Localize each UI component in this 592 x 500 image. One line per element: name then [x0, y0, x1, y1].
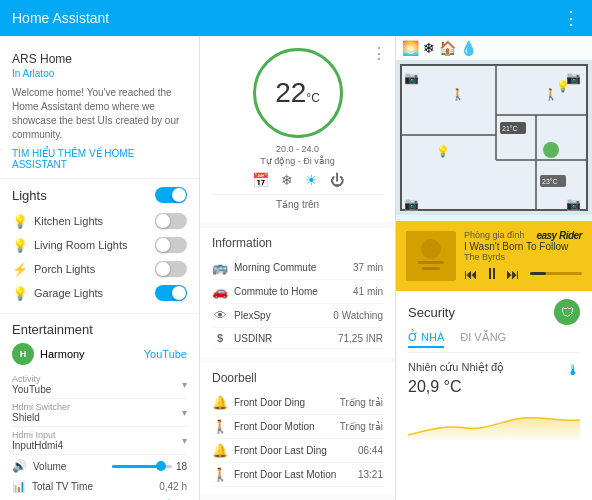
doorbell-last-ding-label: Front Door Last Ding [234, 445, 327, 456]
security-title: Security [408, 305, 455, 320]
living-light-toggle[interactable] [155, 237, 187, 253]
fp-icon-home: 🏠 [439, 40, 456, 56]
media-progress [530, 272, 582, 275]
thermostat-circle: 22 °C [253, 48, 343, 138]
car-icon: 🚗 [212, 284, 228, 299]
doorbell-row: 🔔 Front Door Ding Trống trải [212, 391, 383, 415]
floor-plan-svg: 📷 📷 📷 📷 🚶 🚶 💡 💡 21°C 23°C [396, 60, 592, 215]
security-shield-icon[interactable]: 🛡 [554, 299, 580, 325]
info-row: 👁 PlexSpy 0 Watching [212, 304, 383, 328]
doorbell-title: Doorbell [212, 371, 383, 385]
svg-point-18 [543, 142, 559, 158]
temperature-range: 20.0 - 24.0 [212, 144, 383, 154]
harmony-row: H Harmony YouTube [12, 343, 187, 365]
harmony-avatar: H [12, 343, 34, 365]
security-tab-home[interactable]: Ở NHÀ [408, 331, 444, 348]
doorbell-section: Doorbell 🔔 Front Door Ding Trống trải 🚶 … [200, 363, 395, 495]
doorbell-motion-label: Front Door Motion [234, 421, 315, 432]
next-button[interactable]: ⏭ [506, 266, 520, 282]
svg-point-20 [421, 239, 441, 259]
security-section: Security 🛡 Ở NHÀ ĐI VẮNG Nhiên cứu Nhiệt… [396, 291, 592, 500]
floor-plan: 🌅 ❄ 🏠 💧 📷 📷 [396, 36, 592, 221]
info-value-usd: 71,25 INR [338, 333, 383, 344]
kitchen-light-toggle[interactable] [155, 213, 187, 229]
media-artist: The Byrds [464, 252, 582, 262]
tv-time-icon: 📊 [12, 480, 26, 493]
svg-text:💡: 💡 [436, 144, 450, 158]
hdmi-input-dropdown-icon[interactable]: ▾ [182, 435, 187, 446]
activity-row: Activity YouTube ▾ [12, 371, 187, 399]
floor-plan-icons: 🌅 ❄ 🏠 💧 [396, 36, 592, 60]
doorbell-ding-value: Trống trải [340, 397, 383, 408]
doorbell-last-motion-value: 13:21 [358, 469, 383, 480]
album-art-image [406, 231, 456, 281]
doorbell-motion-icon: 🚶 [212, 419, 228, 434]
volume-number: 18 [176, 461, 187, 472]
activity-value: YouTube [12, 384, 51, 395]
welcome-section: ARS Home In Arlatoo Welcome home! You've… [0, 44, 199, 179]
light-icon-porch: ⚡ [12, 261, 28, 277]
porch-light-toggle[interactable] [155, 261, 187, 277]
light-icon-living: 💡 [12, 237, 28, 253]
fan-icon[interactable]: ❄ [281, 172, 293, 188]
doorbell-last-motion-icon: 🚶 [212, 467, 228, 482]
volume-label: Volume [33, 461, 66, 472]
header-menu-icon[interactable]: ⋮ [562, 7, 580, 29]
thermostat-menu-icon[interactable]: ⋮ [371, 44, 387, 63]
hdmi-input-label: Hdmi Input [12, 430, 63, 440]
left-panel: ARS Home In Arlatoo Welcome home! You've… [0, 36, 200, 500]
light-item: 💡 Kitchen Lights [12, 209, 187, 233]
security-content: Nhiên cứu Nhiệt độ 🌡 20,9 °C [408, 361, 580, 440]
doorbell-last-ding-icon: 🔔 [212, 443, 228, 458]
svg-text:23°C: 23°C [542, 178, 558, 185]
album-art [406, 231, 456, 281]
power-icon[interactable]: ⏻ [330, 172, 344, 188]
lights-section: Lights 💡 Kitchen Lights 💡 Living Room Li… [0, 179, 199, 313]
activity-dropdown-icon[interactable]: ▾ [182, 379, 187, 390]
location-name: ARS Home [12, 52, 187, 66]
media-logo: easy Rider [536, 230, 582, 241]
fp-icon-water: 💧 [460, 40, 477, 56]
info-row: 🚗 Commute to Home 41 min [212, 280, 383, 304]
doorbell-row: 🚶 Front Door Motion Trống trải [212, 415, 383, 439]
info-label-commute-morning: Morning Commute [234, 262, 316, 273]
garage-light-toggle[interactable] [155, 285, 187, 301]
svg-text:📷: 📷 [566, 196, 581, 211]
volume-row: 🔊 Volume 18 [12, 455, 187, 477]
light-label-living: Living Room Lights [34, 239, 128, 251]
lights-master-toggle[interactable] [155, 187, 187, 203]
security-tab-away[interactable]: ĐI VẮNG [460, 331, 506, 348]
volume-slider[interactable] [112, 465, 172, 468]
main-content: ARS Home In Arlatoo Welcome home! You've… [0, 36, 592, 500]
volume-thumb [156, 461, 166, 471]
media-player: Phòng gia đình easy Rider I Wasn't Born … [396, 221, 592, 291]
sun-icon[interactable]: ☀ [305, 172, 318, 188]
temperature-mode: Tự động - Đi vắng [212, 156, 383, 166]
prev-button[interactable]: ⏮ [464, 266, 478, 282]
learn-more-link[interactable]: TÌM HIỂU THÊM VỀ HOME ASSISTANT [12, 148, 187, 170]
location-link[interactable]: In Arlatoo [12, 68, 54, 79]
eye-icon: 👁 [212, 308, 228, 323]
app-title: Home Assistant [12, 10, 109, 26]
light-item: 💡 Living Room Lights [12, 233, 187, 257]
doorbell-ding-icon: 🔔 [212, 395, 228, 410]
light-label-porch: Porch Lights [34, 263, 95, 275]
thermostat-controls: 📅 ❄ ☀ ⏻ [212, 166, 383, 195]
hdmi-switcher-dropdown-icon[interactable]: ▾ [182, 407, 187, 418]
light-label-kitchen: Kitchen Lights [34, 215, 103, 227]
schedule-icon[interactable]: 📅 [252, 172, 269, 188]
doorbell-row: 🔔 Front Door Last Ding 06:44 [212, 439, 383, 463]
security-header: Security 🛡 [408, 299, 580, 325]
dollar-icon: $ [212, 332, 228, 344]
svg-text:💡: 💡 [556, 79, 570, 93]
light-item: ⚡ Porch Lights [12, 257, 187, 281]
doorbell-last-motion-label: Front Door Last Motion [234, 469, 336, 480]
doorbell-ding-label: Front Door Ding [234, 397, 305, 408]
svg-text:21°C: 21°C [502, 125, 518, 132]
play-pause-button[interactable]: ⏸ [484, 265, 500, 283]
thermo-chart [408, 400, 580, 440]
hdmi-switcher-value: Shield [12, 412, 70, 423]
info-label-commute-home: Commute to Home [234, 286, 318, 297]
bus-icon: 🚌 [212, 260, 228, 275]
light-icon-kitchen: 💡 [12, 213, 28, 229]
